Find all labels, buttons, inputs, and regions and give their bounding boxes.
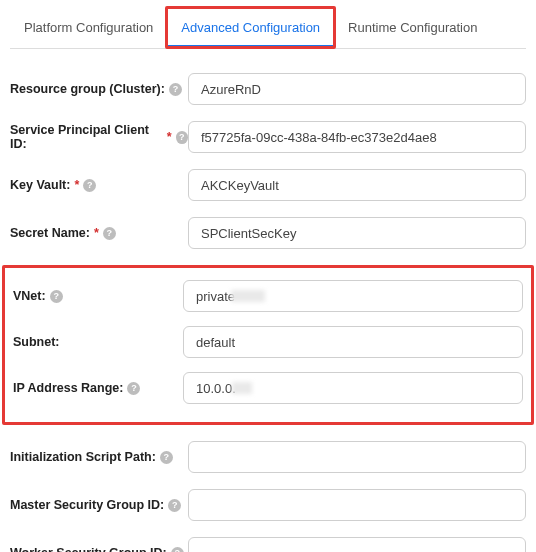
row-resource-group: Resource group (Cluster): ? [10, 73, 526, 105]
required-marker: * [74, 178, 79, 192]
required-marker: * [167, 130, 172, 144]
input-secret-name[interactable] [188, 217, 526, 249]
row-ip-range: IP Address Range: ? 10.0.0. [13, 372, 523, 404]
row-worker-sg: Worker Security Group ID: ? [10, 537, 526, 552]
input-master-sg[interactable] [188, 489, 526, 521]
redacted-blur [232, 382, 252, 394]
label-ip-range: IP Address Range: ? [13, 381, 183, 395]
help-icon[interactable]: ? [169, 83, 182, 96]
help-icon[interactable]: ? [176, 131, 188, 144]
tab-advanced-label: Advanced Configuration [181, 20, 320, 35]
input-vnet[interactable]: private [183, 280, 523, 312]
help-icon[interactable]: ? [127, 382, 140, 395]
label-subnet: Subnet: [13, 335, 183, 349]
help-icon[interactable]: ? [83, 179, 96, 192]
input-spn-client-id[interactable] [188, 121, 526, 153]
label-text: Resource group (Cluster): [10, 82, 165, 96]
row-vnet: VNet: ? private [13, 280, 523, 312]
row-subnet: Subnet: [13, 326, 523, 358]
input-ip-range-value: 10.0.0. [196, 381, 236, 396]
help-icon[interactable]: ? [160, 451, 173, 464]
row-init-script: Initialization Script Path: ? [10, 441, 526, 473]
tab-platform[interactable]: Platform Configuration [10, 10, 167, 48]
label-text: Worker Security Group ID: [10, 546, 167, 552]
row-key-vault: Key Vault: * ? [10, 169, 526, 201]
label-text: IP Address Range: [13, 381, 123, 395]
input-worker-sg[interactable] [188, 537, 526, 552]
label-key-vault: Key Vault: * ? [10, 178, 188, 192]
input-subnet[interactable] [183, 326, 523, 358]
help-icon[interactable]: ? [171, 547, 184, 553]
row-spn-client-id: Service Principal Client ID: * ? [10, 121, 526, 153]
help-icon[interactable]: ? [168, 499, 181, 512]
help-icon[interactable]: ? [103, 227, 116, 240]
input-ip-range[interactable]: 10.0.0. [183, 372, 523, 404]
config-tabs: Platform Configuration Advanced Configur… [10, 10, 526, 49]
required-marker: * [94, 226, 99, 240]
label-init-script: Initialization Script Path: ? [10, 450, 188, 464]
label-text: Subnet: [13, 335, 60, 349]
label-text: VNet: [13, 289, 46, 303]
input-vnet-value: private [196, 289, 235, 304]
label-text: Secret Name: [10, 226, 90, 240]
label-text: Key Vault: [10, 178, 70, 192]
input-init-script[interactable] [188, 441, 526, 473]
label-vnet: VNet: ? [13, 289, 183, 303]
row-secret-name: Secret Name: * ? [10, 217, 526, 249]
highlight-annotation-network: VNet: ? private Subnet: IP Address Range… [2, 265, 534, 425]
help-icon[interactable]: ? [50, 290, 63, 303]
input-resource-group[interactable] [188, 73, 526, 105]
label-resource-group: Resource group (Cluster): ? [10, 82, 188, 96]
tab-advanced[interactable]: Advanced Configuration [167, 10, 334, 48]
tab-runtime[interactable]: Runtime Configuration [334, 10, 491, 48]
label-spn-client-id: Service Principal Client ID: * ? [10, 123, 188, 151]
label-text: Initialization Script Path: [10, 450, 156, 464]
redacted-blur [231, 290, 265, 302]
label-master-sg: Master Security Group ID: ? [10, 498, 188, 512]
label-worker-sg: Worker Security Group ID: ? [10, 546, 188, 552]
label-text: Service Principal Client ID: [10, 123, 163, 151]
label-text: Master Security Group ID: [10, 498, 164, 512]
label-secret-name: Secret Name: * ? [10, 226, 188, 240]
input-key-vault[interactable] [188, 169, 526, 201]
row-master-sg: Master Security Group ID: ? [10, 489, 526, 521]
